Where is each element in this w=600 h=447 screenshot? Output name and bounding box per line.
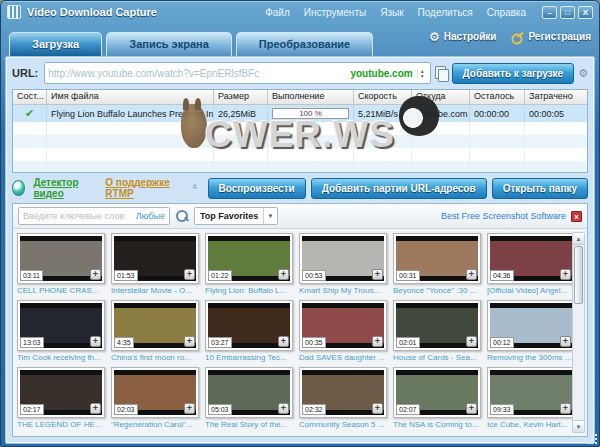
tab-download[interactable]: Загрузка bbox=[9, 32, 102, 56]
video-thumbnail[interactable]: 02:07 + The NSA is Coming to... bbox=[393, 367, 481, 429]
video-title[interactable]: "Regeneration Carol"... bbox=[111, 420, 199, 429]
video-title[interactable]: The NSA is Coming to... bbox=[393, 420, 481, 429]
video-thumbnail[interactable]: 02:17 + THE LEGEND OF HER.... bbox=[17, 367, 105, 429]
add-video-button[interactable]: + bbox=[278, 269, 289, 280]
category-dropdown[interactable]: Top Favorites ▼ bbox=[194, 207, 278, 225]
add-video-button[interactable]: + bbox=[372, 269, 383, 280]
video-title[interactable]: China's first moon ro... bbox=[111, 353, 199, 362]
video-title[interactable]: 10 Embarrassing Tec... bbox=[205, 353, 293, 362]
col-elapsed[interactable]: Затрачено bbox=[525, 90, 587, 104]
thumbnail-grid-area: 03:11 + CELL PHONE CRASHI... 01:53 + Int… bbox=[13, 229, 587, 436]
video-title[interactable]: Flying Lion: Buffalo L... bbox=[205, 286, 293, 295]
search-icon[interactable] bbox=[175, 209, 189, 223]
add-video-button[interactable]: + bbox=[466, 403, 477, 414]
video-thumbnail[interactable]: 01:22 + Flying Lion: Buffalo L... bbox=[205, 233, 293, 295]
menu-file[interactable]: Файл bbox=[265, 7, 290, 18]
paste-icon[interactable] bbox=[435, 66, 448, 81]
video-title[interactable]: Ice Cube, Kevin Hart... bbox=[487, 420, 575, 429]
video-title[interactable]: Community Season 5 ... bbox=[299, 420, 387, 429]
resize-grip[interactable] bbox=[587, 434, 597, 444]
vertical-scrollbar[interactable]: ▲ ▼ bbox=[572, 232, 585, 433]
video-title[interactable]: Beyoncé "Yoncé" :30 ... bbox=[393, 286, 481, 295]
add-video-button[interactable]: + bbox=[184, 269, 195, 280]
video-thumbnail[interactable]: 02:32 + Community Season 5 ... bbox=[299, 367, 387, 429]
video-thumbnail[interactable]: 03:11 + CELL PHONE CRASHI... bbox=[17, 233, 105, 295]
url-input[interactable] bbox=[48, 68, 346, 79]
video-thumbnail[interactable]: 09:33 + Ice Cube, Kevin Hart... bbox=[487, 367, 575, 429]
add-video-button[interactable]: + bbox=[560, 269, 571, 280]
video-thumbnail[interactable]: 03:27 + 10 Embarrassing Tec... bbox=[205, 300, 293, 362]
col-progress[interactable]: Выполнение bbox=[268, 90, 354, 104]
video-title[interactable]: THE LEGEND OF HER.... bbox=[17, 420, 105, 429]
tab-screen-record[interactable]: Запись экрана bbox=[106, 32, 232, 56]
col-remaining[interactable]: Осталось bbox=[470, 90, 525, 104]
video-title[interactable]: Interstellar Movie - O... bbox=[111, 286, 199, 295]
window-controls: – □ X bbox=[542, 6, 593, 19]
video-thumbnail[interactable]: 02:01 + House of Cards - Sea... bbox=[393, 300, 481, 362]
video-thumbnail[interactable]: 00:53 + Kmart Ship My Trous... bbox=[299, 233, 387, 295]
add-video-button[interactable]: + bbox=[184, 336, 195, 347]
video-thumbnail[interactable]: 02:03 + "Regeneration Carol"... bbox=[111, 367, 199, 429]
ad-link[interactable]: Best Free Screenshot Software bbox=[441, 211, 566, 221]
menu-language[interactable]: Язык bbox=[380, 7, 403, 18]
menu-help[interactable]: Справка bbox=[487, 7, 526, 18]
url-label: URL: bbox=[12, 67, 38, 79]
add-video-button[interactable]: + bbox=[560, 403, 571, 414]
video-thumbnail[interactable]: 00:31 + Beyoncé "Yoncé" :30 ... bbox=[393, 233, 481, 295]
add-video-button[interactable]: + bbox=[90, 336, 101, 347]
video-title[interactable]: [Official Video] Angel... bbox=[487, 286, 575, 295]
minimize-button[interactable]: – bbox=[542, 6, 557, 19]
video-title[interactable]: Kmart Ship My Trous... bbox=[299, 286, 387, 295]
video-title[interactable]: Tim Cook receiving th... bbox=[17, 353, 105, 362]
play-button[interactable]: Воспроизвести bbox=[208, 178, 306, 199]
add-to-download-button[interactable]: Добавить к загрузке bbox=[452, 63, 575, 84]
duration-badge: 00:53 bbox=[302, 270, 326, 281]
video-thumbnail[interactable]: 01:53 + Interstellar Movie - O... bbox=[111, 233, 199, 295]
scrollbar-thumb[interactable] bbox=[574, 246, 583, 304]
add-video-button[interactable]: + bbox=[466, 336, 477, 347]
add-video-button[interactable]: + bbox=[90, 403, 101, 414]
video-title[interactable]: The Real Story of the... bbox=[205, 420, 293, 429]
settings-button[interactable]: ⚙ Настройки bbox=[429, 31, 497, 43]
batch-add-urls-button[interactable]: Добавить партии URL-адресов bbox=[311, 178, 487, 199]
registration-button[interactable]: Регистрация bbox=[510, 31, 591, 42]
close-button[interactable]: X bbox=[578, 6, 593, 19]
thumbnail-grid: 03:11 + CELL PHONE CRASHI... 01:53 + Int… bbox=[17, 233, 569, 436]
video-title[interactable]: Dad SAVES daughter ... bbox=[299, 353, 387, 362]
video-detector-link[interactable]: Детектор видео bbox=[33, 177, 97, 199]
tab-convert[interactable]: Преобразование bbox=[236, 32, 373, 56]
video-title[interactable]: Removing the 300ms ... bbox=[487, 353, 575, 362]
col-status[interactable]: Сост... bbox=[13, 90, 47, 104]
col-size[interactable]: Размер bbox=[214, 90, 268, 104]
site-spinner[interactable]: ▲▼ bbox=[417, 69, 427, 78]
open-folder-button[interactable]: Открыть папку bbox=[492, 178, 588, 199]
url-settings-gear-icon[interactable]: ⚙ bbox=[578, 67, 588, 80]
maximize-button[interactable]: □ bbox=[560, 6, 575, 19]
search-input[interactable] bbox=[23, 211, 136, 221]
video-thumbnail[interactable]: 00:12 + Removing the 300ms ... bbox=[487, 300, 575, 362]
scroll-up-icon[interactable]: ▲ bbox=[573, 233, 584, 245]
menu-share[interactable]: Поделиться bbox=[418, 7, 473, 18]
add-video-button[interactable]: + bbox=[184, 403, 195, 414]
add-video-button[interactable]: + bbox=[90, 269, 101, 280]
collapse-chevron-icon[interactable]: « bbox=[190, 184, 200, 192]
video-thumbnail[interactable]: 00:35 + Dad SAVES daughter ... bbox=[299, 300, 387, 362]
scroll-down-icon[interactable]: ▼ bbox=[573, 420, 584, 432]
add-video-button[interactable]: + bbox=[560, 336, 571, 347]
video-thumbnail[interactable]: 4:35 + China's first moon ro... bbox=[111, 300, 199, 362]
video-title[interactable]: CELL PHONE CRASHI... bbox=[17, 286, 105, 295]
main-content: URL: youtube.com ▲▼ Добавить к загрузке … bbox=[5, 56, 595, 444]
add-video-button[interactable]: + bbox=[372, 403, 383, 414]
video-thumbnail[interactable]: 04:36 + [Official Video] Angel... bbox=[487, 233, 575, 295]
video-thumbnail[interactable]: 05:03 + The Real Story of the... bbox=[205, 367, 293, 429]
add-video-button[interactable]: + bbox=[466, 269, 477, 280]
menu-tools[interactable]: Инструменты bbox=[304, 7, 366, 18]
filter-any-dropdown[interactable]: Любые bbox=[136, 211, 165, 221]
add-video-button[interactable]: + bbox=[278, 403, 289, 414]
video-title[interactable]: House of Cards - Sea... bbox=[393, 353, 481, 362]
add-video-button[interactable]: + bbox=[278, 336, 289, 347]
ad-close-button[interactable]: x bbox=[571, 211, 582, 222]
add-video-button[interactable]: + bbox=[372, 336, 383, 347]
rtmp-support-link[interactable]: О поддержке RTMP bbox=[105, 177, 183, 199]
video-thumbnail[interactable]: 13:03 + Tim Cook receiving th... bbox=[17, 300, 105, 362]
